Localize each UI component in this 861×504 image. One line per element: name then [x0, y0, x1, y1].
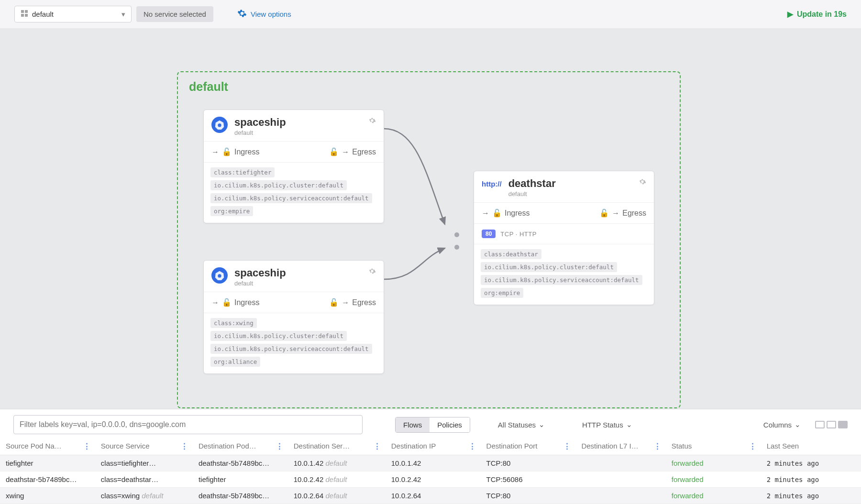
lock-open-icon: 🔓: [329, 147, 339, 156]
cell: deathstar-5b7489bc…: [0, 471, 95, 488]
flows-table: Source Pod Na…⋮ Source Service⋮ Destinat…: [0, 437, 861, 504]
node-spaceship-xwing[interactable]: spaceship default →🔓Ingress 🔓→Egress cla…: [203, 260, 384, 374]
column-menu-icon[interactable]: ⋮: [469, 442, 476, 450]
port-protocol: TCP · HTTP: [500, 230, 537, 238]
gear-icon[interactable]: [368, 267, 376, 276]
status-filter[interactable]: All Statuses ⌄: [498, 420, 545, 429]
label-tag: io.cilium.k8s.policy.cluster:default: [210, 180, 347, 190]
cell: deathstar-5b7489bc…: [193, 488, 288, 504]
lock-open-icon: 🔓: [329, 298, 339, 307]
protocol-badge: http://: [482, 178, 502, 188]
node-title: spaceship: [234, 117, 286, 128]
cell: 10.0.1.42: [386, 455, 481, 471]
lock-open-icon: 🔓: [492, 208, 502, 218]
th-dest-l7[interactable]: Destination L7 I…⋮: [575, 437, 665, 455]
arrow-right-icon: →: [612, 209, 619, 218]
cell: 2 minutes ago: [761, 488, 861, 504]
node-spaceship-tiefighter[interactable]: spaceship default →🔓Ingress 🔓→Egress cla…: [203, 110, 384, 223]
gear-icon[interactable]: [368, 117, 376, 126]
th-status[interactable]: Status⋮: [666, 437, 761, 455]
th-dest-port[interactable]: Destination Port⋮: [481, 437, 576, 455]
column-menu-icon[interactable]: ⋮: [374, 442, 381, 450]
svg-point-3: [218, 123, 221, 127]
labels-list: class:deathstar io.cilium.k8s.policy.clu…: [474, 244, 654, 305]
th-dest-ip[interactable]: Destination IP⋮: [386, 437, 481, 455]
update-status[interactable]: ▶ Update in 19s: [787, 10, 847, 19]
column-menu-icon[interactable]: ⋮: [563, 442, 571, 450]
node-deathstar[interactable]: http:// deathstar default →🔓Ingress 🔓→Eg…: [474, 171, 654, 305]
density-large[interactable]: [838, 421, 848, 428]
flow-row: →🔓Ingress 🔓→Egress: [204, 292, 384, 313]
ingress-label: Ingress: [234, 148, 259, 156]
column-menu-icon[interactable]: ⋮: [654, 442, 661, 450]
arrow-right-icon: →: [342, 298, 349, 307]
lock-open-icon: 🔓: [222, 298, 232, 307]
node-title: deathstar: [508, 178, 556, 189]
cell: class=xwing default: [95, 488, 193, 504]
th-dest-service[interactable]: Destination Ser…⋮: [288, 437, 386, 455]
column-menu-icon[interactable]: ⋮: [749, 442, 756, 450]
column-menu-icon[interactable]: ⋮: [83, 442, 90, 450]
cell: class=deathstar…: [95, 471, 193, 488]
panel-toolbar: Flows Policies All Statuses ⌄ HTTP Statu…: [0, 409, 861, 437]
cell: 2 minutes ago: [761, 455, 861, 471]
card-header: spaceship default: [204, 261, 384, 292]
node-title: spaceship: [234, 267, 286, 279]
namespace-select[interactable]: default ▾: [14, 6, 132, 22]
cell: tiefighter: [193, 471, 288, 488]
k8s-icon: [211, 267, 228, 284]
label-tag: class:tiefighter: [210, 167, 275, 177]
th-last-seen[interactable]: Last Seen: [761, 437, 861, 455]
port-row: 80 TCP · HTTP: [474, 224, 654, 244]
column-menu-icon[interactable]: ⋮: [276, 442, 283, 450]
arrow-right-icon: →: [342, 148, 349, 156]
tab-flows[interactable]: Flows: [396, 417, 430, 432]
label-tag: io.cilium.k8s.policy.cluster:default: [481, 262, 617, 272]
arrow-right-icon: →: [211, 298, 219, 307]
th-source-service[interactable]: Source Service⋮: [95, 437, 193, 455]
node-namespace: default: [508, 190, 556, 197]
status-filter-label: All Statuses: [498, 421, 536, 429]
ingress-label: Ingress: [505, 209, 530, 218]
cell: TCP:80: [481, 455, 576, 471]
cell: [575, 471, 665, 488]
toolbar: default ▾ No service selected View optio…: [0, 0, 861, 28]
gear-icon: [237, 9, 247, 20]
card-header: spaceship default: [204, 110, 384, 142]
label-tag: org:empire: [210, 206, 253, 216]
table-row[interactable]: xwingclass=xwing defaultdeathstar-5b7489…: [0, 488, 861, 504]
table-row[interactable]: deathstar-5b7489bc…class=deathstar…tiefi…: [0, 471, 861, 488]
service-map[interactable]: default spaceship default →🔓Ingress 🔓→Eg…: [0, 28, 686, 392]
columns-dropdown[interactable]: Columns ⌄: [763, 420, 801, 429]
cell: 10.0.1.42 default: [288, 455, 386, 471]
label-tag: io.cilium.k8s.policy.serviceaccount:defa…: [481, 275, 642, 285]
cell: [575, 455, 665, 471]
gear-icon[interactable]: [639, 178, 646, 187]
egress-label: Egress: [622, 209, 646, 218]
column-menu-icon[interactable]: ⋮: [181, 442, 188, 450]
label-tag: class:deathstar: [481, 249, 541, 259]
flows-policies-toggle: Flows Policies: [395, 417, 470, 433]
view-options-button[interactable]: View options: [237, 9, 291, 20]
label-tag: org:alliance: [210, 357, 260, 367]
table-header-row: Source Pod Na…⋮ Source Service⋮ Destinat…: [0, 437, 861, 455]
columns-label: Columns: [763, 421, 792, 429]
namespace-box-label: default: [189, 80, 228, 94]
density-toggle: [815, 421, 848, 428]
filter-input[interactable]: [13, 415, 363, 434]
cell: deathstar-5b7489bc…: [193, 455, 288, 471]
table-row[interactable]: tiefighterclass=tiefighter…deathstar-5b7…: [0, 455, 861, 471]
density-medium[interactable]: [827, 421, 836, 428]
service-pill[interactable]: No service selected: [136, 6, 213, 22]
cell: TCP:56086: [481, 471, 576, 488]
density-compact[interactable]: [815, 421, 825, 428]
arrow-right-icon: →: [482, 209, 489, 218]
chevron-down-icon: ⌄: [539, 420, 545, 429]
http-status-filter[interactable]: HTTP Status ⌄: [582, 420, 632, 429]
th-dest-pod[interactable]: Destination Pod…⋮: [193, 437, 288, 455]
th-source-pod[interactable]: Source Pod Na…⋮: [0, 437, 95, 455]
tab-policies[interactable]: Policies: [430, 417, 470, 432]
play-icon: ▶: [787, 10, 793, 19]
cell: forwarded: [666, 455, 761, 471]
cell: [575, 488, 665, 504]
